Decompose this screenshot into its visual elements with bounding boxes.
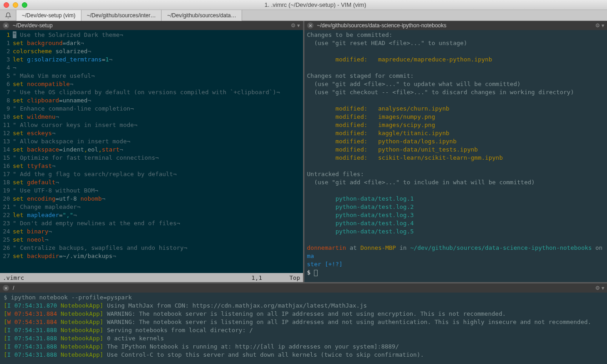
code-line[interactable]: set ttyfast¬: [13, 162, 303, 170]
close-pane-icon[interactable]: ✕: [307, 22, 314, 29]
code-line[interactable]: set background=dark¬: [13, 39, 303, 47]
code-line[interactable]: " Centralize backups, swapfiles and undo…: [13, 244, 303, 252]
bottom-pane-title: /: [13, 285, 14, 291]
line-number: 17: [0, 170, 10, 178]
close-window-button[interactable]: [4, 2, 9, 8]
code-line[interactable]: " Optimize for fast terminal connections…: [13, 154, 303, 162]
code-line[interactable]: " Allow cursor keys in insert mode¬: [13, 121, 303, 129]
main-window: 1. .vimrc (~/Dev/dev-setup) - VIM (vim) …: [0, 0, 607, 364]
code-line[interactable]: set wildmenu¬: [13, 113, 303, 121]
close-pane-icon[interactable]: ✕: [3, 22, 9, 29]
code-line[interactable]: set gdefault¬: [13, 178, 303, 187]
code-line[interactable]: let g:solarized_termtrans=1¬: [13, 56, 303, 64]
line-number: 22: [0, 211, 10, 219]
code-line[interactable]: " Enhance command-line completion¬: [13, 105, 303, 113]
minimize-window-button[interactable]: [13, 2, 18, 8]
code-line[interactable]: set backupdir=~/.vim/backups¬: [13, 252, 303, 260]
vim-statusbar: .vimrc 1,1 Top: [0, 273, 303, 282]
line-number: 11: [0, 121, 10, 129]
git-status-terminal[interactable]: Changes to be committed: (use "git reset…: [304, 30, 607, 282]
line-number: 18: [0, 178, 10, 187]
notifications-icon[interactable]: [0, 10, 16, 21]
code-line[interactable]: " Use the OS clipboard by default (on ve…: [13, 88, 303, 96]
code-line[interactable]: set noeol¬: [13, 236, 303, 244]
line-number: 6: [0, 80, 10, 88]
line-number: 7: [0, 88, 10, 96]
code-line[interactable]: " Change mapleader¬: [13, 203, 303, 211]
line-number: 4: [0, 64, 10, 72]
code-line[interactable]: set backspace=indent,eol,start¬: [13, 146, 303, 154]
code-line[interactable]: set esckeys¬: [13, 129, 303, 137]
line-number: 13: [0, 137, 10, 146]
line-number: 27: [0, 252, 10, 260]
line-number: 5: [0, 72, 10, 80]
right-terminal-pane: ✕ ~/dev/github/sources/data-science-ipyt…: [304, 21, 607, 282]
window-title: 1. .vimrc (~/Dev/dev-setup) - VIM (vim): [27, 1, 603, 8]
line-number: 9: [0, 105, 10, 113]
top-split: ✕ ~/Dev/dev-setup ⚙ ▾ 112345678910111213…: [0, 21, 607, 282]
gear-icon[interactable]: ⚙ ▾: [595, 22, 604, 29]
line-number: 26: [0, 244, 10, 252]
code-line[interactable]: " Allow backspace in insert mode¬: [13, 137, 303, 146]
tab-bar: ~/Dev/dev-setup (vim)~/Dev/github/source…: [0, 10, 607, 21]
editor-content[interactable]: " Use the Solarized Dark theme¬set backg…: [13, 30, 303, 273]
line-number: 23: [0, 219, 10, 228]
code-line[interactable]: set binary¬: [13, 228, 303, 236]
traffic-lights: [4, 2, 27, 8]
code-line[interactable]: set nocompatible¬: [13, 80, 303, 88]
code-line[interactable]: " Use the Solarized Dark theme¬: [13, 31, 303, 39]
code-line[interactable]: " Add the g flag to search/replace by de…: [13, 170, 303, 178]
tab-2[interactable]: ~/Dev/github/sources/data…: [162, 10, 242, 21]
line-number: 21: [0, 203, 10, 211]
work-area: ✕ ~/Dev/dev-setup ⚙ ▾ 112345678910111213…: [0, 21, 607, 364]
code-line[interactable]: set encoding=utf-8 nobomb¬: [13, 195, 303, 203]
status-mode: Top: [289, 274, 300, 281]
left-editor-pane: ✕ ~/Dev/dev-setup ⚙ ▾ 112345678910111213…: [0, 21, 304, 282]
line-number: 14: [0, 146, 10, 154]
line-number: 10: [0, 113, 10, 121]
titlebar: 1. .vimrc (~/Dev/dev-setup) - VIM (vim): [0, 0, 607, 10]
line-number: 20: [0, 195, 10, 203]
line-number: 24: [0, 228, 10, 236]
left-pane-title: ~/Dev/dev-setup: [13, 22, 53, 29]
line-number-gutter: 1123456789101112131415161718192021222324…: [0, 30, 13, 273]
code-line[interactable]: set clipboard=unnamed¬: [13, 96, 303, 105]
line-number: 15: [0, 154, 10, 162]
gear-icon[interactable]: ⚙ ▾: [291, 22, 300, 29]
editor-viewport[interactable]: 1123456789101112131415161718192021222324…: [0, 30, 303, 273]
line-number: 1: [0, 39, 10, 47]
tab-0[interactable]: ~/Dev/dev-setup (vim): [16, 10, 81, 21]
tab-1[interactable]: ~/Dev/github/sources/inter…: [81, 10, 162, 21]
code-line[interactable]: " Make Vim more useful¬: [13, 72, 303, 80]
status-filename: .vimrc: [3, 274, 24, 281]
code-line[interactable]: " Use UTF-8 without BOM¬: [13, 187, 303, 195]
line-number: 12: [0, 129, 10, 137]
bottom-terminal-pane: ✕ / ⚙ ▾ $ ipython notebook --profile=pys…: [0, 282, 607, 364]
right-pane-header: ✕ ~/dev/github/sources/data-science-ipyt…: [304, 21, 607, 30]
gear-icon[interactable]: ⚙ ▾: [595, 285, 604, 291]
line-number: 2: [0, 47, 10, 56]
terminal-cursor: [314, 270, 318, 276]
bottom-pane-header: ✕ / ⚙ ▾: [0, 283, 607, 293]
code-line[interactable]: let mapleader=","¬: [13, 211, 303, 219]
code-line[interactable]: ¬: [13, 64, 303, 72]
line-number: 8: [0, 96, 10, 105]
line-number: 3: [0, 56, 10, 64]
close-pane-icon[interactable]: ✕: [3, 285, 9, 291]
line-number: 1: [0, 31, 10, 39]
line-number: 16: [0, 162, 10, 170]
ipython-terminal[interactable]: $ ipython notebook --profile=pyspark[I 0…: [0, 293, 607, 364]
line-number: 25: [0, 236, 10, 244]
status-position: 1,1: [252, 274, 262, 281]
code-line[interactable]: colorscheme solarized¬: [13, 47, 303, 56]
left-pane-header: ✕ ~/Dev/dev-setup ⚙ ▾: [0, 21, 303, 30]
right-pane-title: ~/dev/github/sources/data-science-ipytho…: [317, 22, 447, 29]
code-line[interactable]: " Don't add empty newlines at the end of…: [13, 219, 303, 228]
line-number: 19: [0, 187, 10, 195]
maximize-window-button[interactable]: [22, 2, 27, 8]
